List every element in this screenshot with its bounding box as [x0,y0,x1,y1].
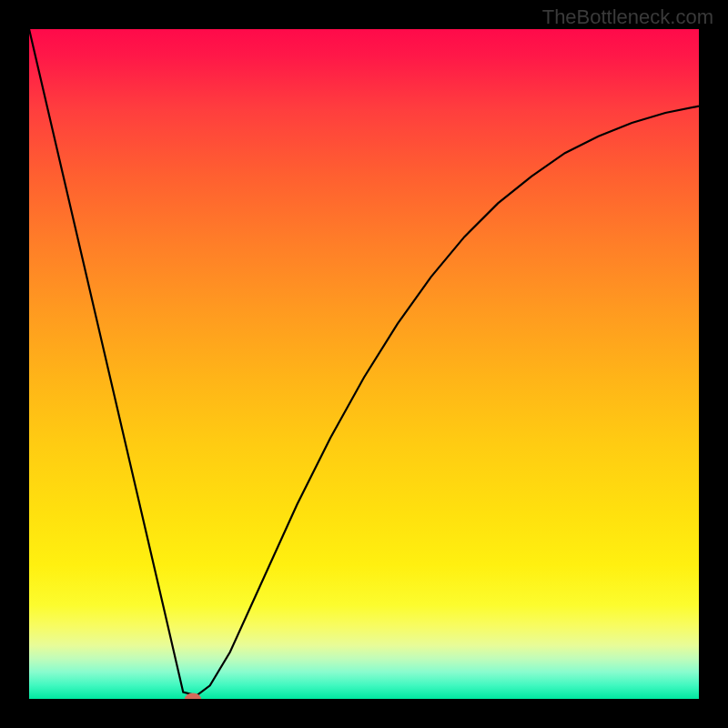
minimum-marker-dot [185,693,201,700]
watermark-text: TheBottleneck.com [542,5,713,29]
bottleneck-curve-path [29,29,699,695]
chart-curve-svg [29,29,699,699]
chart-plot-area [29,29,699,699]
